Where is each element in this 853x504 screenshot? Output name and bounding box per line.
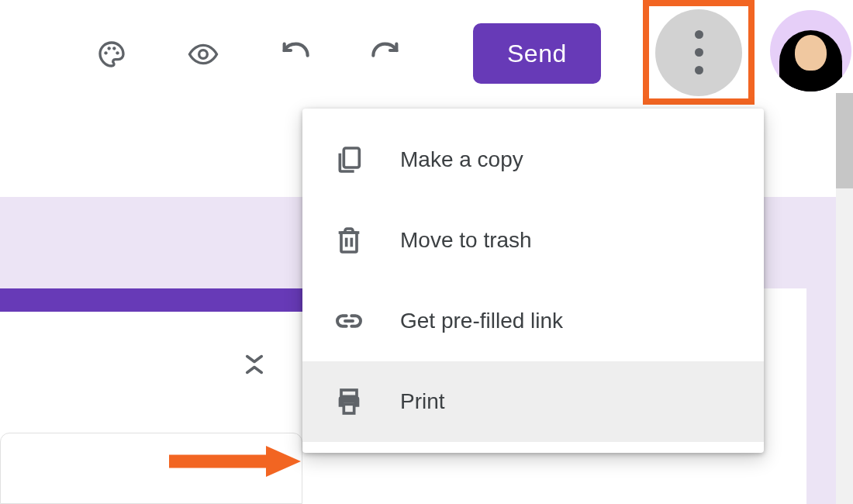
kebab-dot [695, 48, 703, 57]
menu-item-make-a-copy[interactable]: Make a copy [302, 119, 764, 200]
annotation-arrow [169, 446, 301, 477]
menu-item-label: Print [400, 389, 445, 414]
svg-point-4 [199, 50, 208, 59]
kebab-dot [695, 66, 703, 74]
undo-button[interactable] [276, 36, 313, 73]
link-icon [332, 304, 366, 338]
more-options-menu: Make a copy Move to trash Get pre-filled… [302, 109, 764, 453]
svg-rect-10 [344, 404, 354, 413]
redo-icon [371, 39, 402, 70]
send-button[interactable]: Send [473, 23, 601, 84]
svg-marker-12 [266, 446, 301, 477]
menu-item-label: Make a copy [400, 147, 523, 172]
collapse-section-button[interactable] [239, 354, 270, 375]
more-options-button[interactable] [655, 9, 742, 96]
menu-item-print[interactable]: Print [302, 361, 764, 442]
palette-icon [96, 39, 127, 70]
copy-icon [332, 143, 366, 177]
account-avatar[interactable] [770, 10, 851, 91]
annotation-highlight-box [643, 0, 755, 105]
svg-point-2 [112, 47, 116, 50]
menu-item-label: Get pre-filled link [400, 309, 563, 333]
svg-rect-6 [341, 233, 357, 252]
menu-item-label: Move to trash [400, 228, 532, 253]
form-accent-bar [0, 288, 302, 312]
redo-button[interactable] [368, 36, 405, 73]
scrollbar-thumb[interactable] [836, 93, 853, 188]
svg-rect-5 [344, 148, 359, 167]
menu-item-get-prefilled-link[interactable]: Get pre-filled link [302, 281, 764, 361]
customize-theme-button[interactable] [93, 36, 130, 73]
svg-point-3 [116, 51, 119, 54]
svg-point-1 [108, 47, 111, 50]
svg-point-0 [104, 51, 107, 54]
menu-item-move-to-trash[interactable]: Move to trash [302, 200, 764, 281]
print-icon [332, 385, 366, 419]
svg-rect-9 [341, 390, 357, 396]
kebab-dot [695, 30, 703, 39]
eye-icon [188, 39, 219, 70]
undo-icon [279, 39, 310, 70]
preview-button[interactable] [185, 36, 222, 73]
trash-icon [332, 223, 366, 257]
